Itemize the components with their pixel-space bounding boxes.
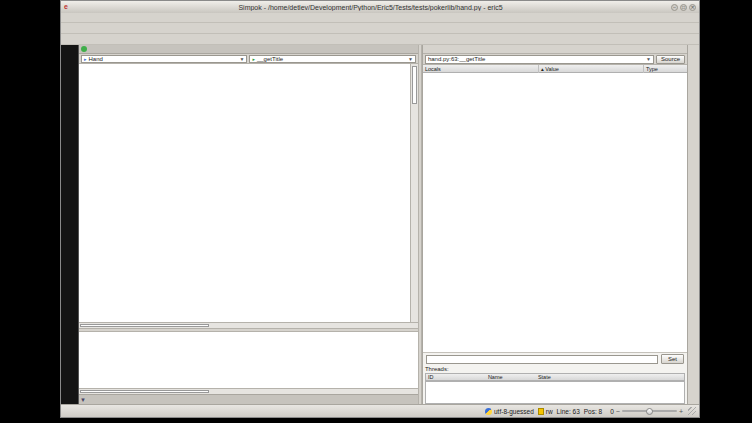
variables-filter-input[interactable] <box>426 355 658 364</box>
titlebar[interactable]: e Simpok - /home/detlev/Development/Pyth… <box>61 1 699 13</box>
editor-tabbar <box>79 45 418 54</box>
status-line: Line: 63 <box>557 408 580 415</box>
desktop: e Simpok - /home/detlev/Development/Pyth… <box>0 0 752 423</box>
bottom-tabbar: ▼ <box>79 394 418 404</box>
zoom-in-icon[interactable]: + <box>679 408 683 415</box>
stack-frame-row: hand.py:63:__getTitle ▼ Source <box>423 54 687 65</box>
debug-viewer-panel: hand.py:63:__getTitle ▼ Source Locals ▴ … <box>422 45 687 404</box>
threads-table: ID Name State <box>425 373 685 382</box>
hscroll-thumb[interactable] <box>80 324 209 327</box>
shell-lines <box>79 332 418 388</box>
status-encoding: utf-8-guessed <box>485 408 534 415</box>
right-vertical-tabbar <box>687 45 699 404</box>
column-name[interactable]: Name <box>486 374 536 380</box>
class-combo[interactable]: ▸ Hand ▼ <box>81 55 247 63</box>
sort-icon: ▴ <box>541 66 544 72</box>
window-controls: – □ ✕ <box>669 4 696 11</box>
toolbar-debug <box>61 34 699 45</box>
method-combo-value: __getTitle <box>257 56 283 62</box>
stack-frame-value: hand.py:63:__getTitle <box>428 56 486 62</box>
zoom-slider[interactable] <box>622 410 677 412</box>
stack-frame-combo[interactable]: hand.py:63:__getTitle ▼ <box>425 55 654 64</box>
editor-vscrollbar[interactable] <box>410 64 418 323</box>
left-sidebar-collapsed[interactable] <box>61 45 79 404</box>
chevron-down-icon: ▼ <box>408 56 413 62</box>
status-zoom-level: 0 <box>610 408 614 415</box>
eric5-window: e Simpok - /home/detlev/Development/Pyth… <box>60 0 700 418</box>
status-language: rw <box>538 408 553 415</box>
resize-grip-icon[interactable] <box>688 407 696 415</box>
language-icon <box>538 408 544 415</box>
window-title: Simpok - /home/detlev/Development/Python… <box>72 4 669 11</box>
code-lines <box>79 64 410 323</box>
shell-panel[interactable] <box>79 332 418 388</box>
status-writable: rw <box>546 408 553 415</box>
debug-toolbar <box>423 45 687 54</box>
chevron-down-icon: ▼ <box>646 56 651 62</box>
threads-empty-area <box>425 382 685 404</box>
column-state[interactable]: State <box>536 374 684 380</box>
method-icon: ▸ <box>252 56 255 62</box>
navigator-row: ▸ Hand ▼ ▸ __getTitle ▼ <box>79 54 418 64</box>
zoom-slider-thumb[interactable] <box>646 408 653 415</box>
shell-hscrollbar[interactable] <box>79 388 418 394</box>
chevron-down-icon: ▼ <box>239 56 244 62</box>
tab-indicator-icon <box>81 46 87 52</box>
column-type[interactable]: Type <box>644 65 687 73</box>
shell-hscroll-thumb[interactable] <box>80 390 209 393</box>
variables-header[interactable]: Locals ▴ Value Type <box>423 65 687 73</box>
editor-hscrollbar[interactable] <box>79 322 418 328</box>
editor-column: ▸ Hand ▼ ▸ __getTitle ▼ <box>79 45 418 404</box>
method-combo[interactable]: ▸ __getTitle ▼ <box>249 55 415 63</box>
vscroll-thumb[interactable] <box>412 66 417 104</box>
sidebar-handle-icon[interactable]: ▼ <box>80 397 86 403</box>
python-icon <box>485 408 492 415</box>
column-value[interactable]: ▴ Value <box>539 65 644 73</box>
status-bar: utf-8-guessed rw Line: 63 Pos: 8 0 − + <box>61 404 699 417</box>
class-icon: ▸ <box>84 56 87 62</box>
zoom-out-icon[interactable]: − <box>616 408 620 415</box>
variables-empty-area <box>423 73 687 353</box>
main-area: ▸ Hand ▼ ▸ __getTitle ▼ <box>61 45 699 404</box>
minimize-button[interactable]: – <box>671 4 678 11</box>
threads-header[interactable]: ID Name State <box>426 374 684 381</box>
column-locals[interactable]: Locals <box>423 65 539 73</box>
threads-label: Threads: <box>423 365 687 373</box>
source-button[interactable]: Source <box>656 55 685 64</box>
toolbar-main <box>61 23 699 34</box>
maximize-button[interactable]: □ <box>680 4 687 11</box>
code-editor[interactable] <box>79 64 418 323</box>
app-icon: e <box>64 3 72 11</box>
menubar <box>61 13 699 23</box>
close-button[interactable]: ✕ <box>689 4 696 11</box>
set-button[interactable]: Set <box>661 354 684 364</box>
column-id[interactable]: ID <box>426 374 486 380</box>
filter-row: Set <box>423 353 687 365</box>
class-combo-value: Hand <box>88 56 102 62</box>
status-pos: Pos: 8 <box>584 408 602 415</box>
